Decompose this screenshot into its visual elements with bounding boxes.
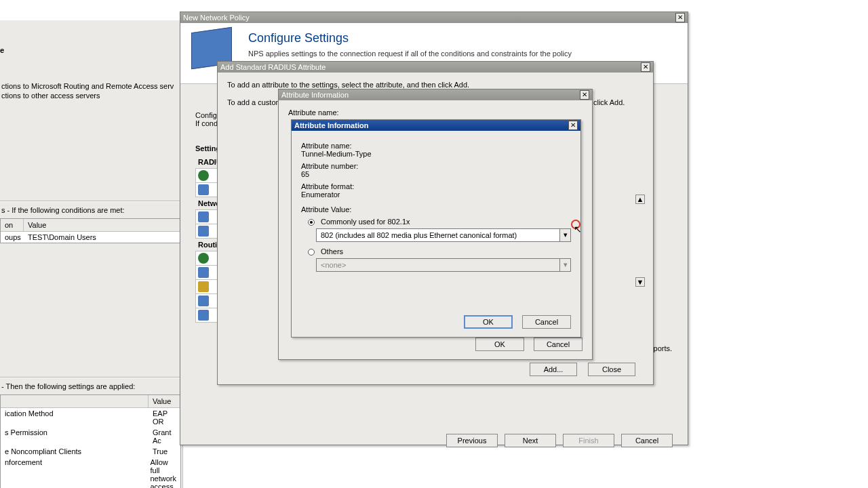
- radio-others-label: Others: [321, 247, 343, 256]
- cancel-button[interactable]: Cancel: [621, 434, 673, 447]
- scroll-down-icon[interactable]: ▼: [635, 277, 645, 287]
- cancel-button[interactable]: Cancel: [522, 315, 571, 329]
- bg-description: ctions to Microsoft Routing and Remote A…: [0, 81, 189, 100]
- ok-button[interactable]: OK: [475, 338, 524, 351]
- combo-8021x-value[interactable]: 802 (includes all 802 media plus Etherne…: [316, 228, 571, 242]
- ai1-title: Attribute Information: [281, 89, 349, 100]
- setting-name: ication Method: [1, 408, 149, 427]
- globe-icon: [198, 253, 209, 264]
- setting-value: Allow full network access: [146, 457, 180, 488]
- close-icon[interactable]: ✕: [580, 90, 589, 100]
- settings-row: s PermissionGrant Ac: [1, 427, 180, 446]
- nap-icon: [198, 211, 209, 222]
- ok-button[interactable]: OK: [464, 315, 513, 329]
- cancel-button[interactable]: Cancel: [534, 338, 583, 351]
- lock-icon: [198, 281, 209, 292]
- attr-format-label: Attribute format:: [301, 182, 571, 190]
- radio-common-label: Commonly used for 802.1x: [321, 218, 410, 226]
- chevron-down-icon[interactable]: ▾: [559, 229, 570, 241]
- radio-common-8021x[interactable]: [308, 219, 315, 226]
- set-col-value: Value: [149, 395, 180, 407]
- setting-value: True: [149, 446, 180, 457]
- attribute-information-dialog-2: Attribute Information ✕ Attribute name: …: [291, 119, 581, 338]
- settings-row: nforcementAllow full network access: [1, 457, 180, 488]
- setting-value: EAP OR: [149, 408, 180, 427]
- radio-others[interactable]: [308, 249, 315, 256]
- cond-cell: oups: [1, 232, 24, 243]
- combo-others-value: <none> ▾: [316, 258, 571, 272]
- settings-header: - Then the following settings are applie…: [0, 381, 182, 394]
- rras-icon: [198, 267, 209, 278]
- attr-format-value: Enumerator: [301, 190, 571, 199]
- add-button[interactable]: Add...: [530, 363, 577, 376]
- ai1-name-label: Attribute name:: [288, 108, 583, 117]
- scroll-up-icon[interactable]: ▲: [635, 195, 645, 204]
- close-icon[interactable]: ✕: [568, 121, 578, 130]
- ai2-title: Attribute Information: [294, 120, 368, 131]
- settings-row: e Noncompliant ClientsTrue: [1, 446, 180, 457]
- attr-name-value: Tunnel-Medium-Type: [301, 150, 571, 158]
- cond-cell: TEST\Domain Users: [24, 232, 180, 243]
- attr-number-value: 65: [301, 170, 571, 178]
- set-col-setting: [1, 395, 149, 407]
- next-button[interactable]: Next: [505, 434, 556, 447]
- attr-value-label: Attribute Value:: [301, 205, 571, 214]
- finish-button: Finish: [563, 434, 614, 447]
- close-icon[interactable]: ✕: [641, 62, 650, 72]
- setting-name: nforcement: [1, 457, 146, 488]
- npp-title: New Network Policy: [183, 12, 250, 23]
- nap-icon: [198, 226, 209, 237]
- attr-name-label: Attribute name:: [301, 142, 571, 150]
- setting-value: Grant Ac: [149, 427, 180, 446]
- rras-icon: [198, 310, 209, 321]
- page-subtext: NPS applies settings to the connection r…: [248, 49, 679, 58]
- cond-col-value: Value: [24, 219, 180, 231]
- bg-title-fragment: e: [0, 46, 27, 56]
- settings-row: ication MethodEAP OR: [1, 408, 180, 427]
- setting-name: s Permission: [1, 427, 149, 446]
- asr-title: Add Standard RADIUS Attribute: [220, 62, 326, 73]
- asr-line1: To add an attribute to the settings, sel…: [227, 81, 644, 89]
- attr-number-label: Attribute number:: [301, 162, 571, 170]
- setting-name: e Noncompliant Clients: [1, 446, 149, 457]
- previous-button[interactable]: Previous: [446, 434, 498, 447]
- rras-icon: [198, 296, 209, 306]
- close-button[interactable]: Close: [588, 363, 635, 376]
- cond-col-condition: on: [1, 219, 24, 231]
- close-icon[interactable]: ✕: [675, 13, 685, 22]
- chevron-down-icon: ▾: [559, 259, 570, 271]
- globe-icon: [198, 170, 209, 181]
- attr-icon: [198, 184, 209, 195]
- conditions-header: s - If the following conditions are met:: [0, 205, 182, 218]
- page-title: Configure Settings: [248, 31, 679, 45]
